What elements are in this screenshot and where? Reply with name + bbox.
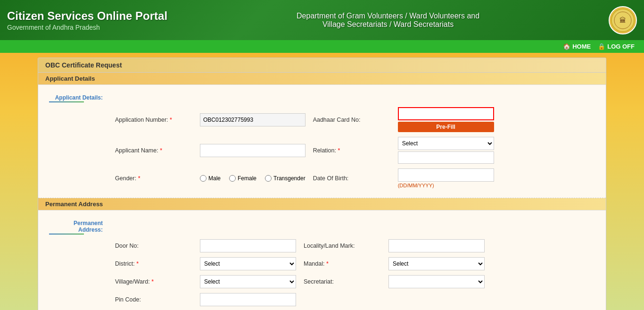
district-label: District: * [111, 255, 196, 273]
applicant-name-row: Applicant Name: * Relation: * Select Fat… [45, 134, 599, 166]
applicant-form-table: Applicant Details: Application Number: *… [45, 90, 599, 191]
app-number-row: Application Number: * Aadhaar Card No: P… [45, 105, 599, 134]
door-no-row: Door No: Locality/Land Mark: [45, 237, 599, 255]
applicant-details-label: Applicant Details: [49, 92, 107, 102]
svg-text:🏛: 🏛 [619, 17, 626, 24]
door-no-label: Door No: [111, 237, 196, 255]
dob-label: Date Of Birth: [309, 166, 394, 191]
locality-input[interactable] [388, 239, 485, 252]
locality-label: Locality/Land Mark: [300, 237, 385, 255]
applicant-section-header: Applicant Details [38, 73, 606, 85]
permanent-label-row: Permanent Address: [45, 215, 599, 237]
village-row: Village/Ward: * Select Secretariat: [45, 273, 599, 291]
relation-select[interactable]: Select Father Mother Guardian [398, 137, 494, 150]
lock-icon: 🔒 [598, 43, 605, 50]
door-no-input[interactable] [200, 239, 296, 252]
aadhaar-label: Aadhaar Card No: [309, 105, 394, 134]
mandal-label: Mandal: * [300, 255, 385, 273]
portal-subtitle: Government of Andhra Pradesh [7, 24, 167, 31]
gender-female[interactable]: Female [229, 175, 256, 182]
permanent-address-header: Permanent Address [38, 198, 606, 210]
secretariat-select[interactable] [388, 275, 485, 288]
relation-label: Relation: * [309, 134, 394, 166]
main-content: OBC Certificate Request Applicant Detail… [38, 58, 606, 310]
pincode-input[interactable] [200, 293, 296, 306]
pincode-row: Pin Code: [45, 291, 599, 309]
gender-label: Gender: * [111, 166, 196, 191]
header-left: Citizen Services Online Portal Governmen… [7, 9, 167, 31]
applicant-label-row: Applicant Details: [45, 90, 599, 105]
applicant-name-input[interactable] [200, 144, 305, 157]
gender-radio-group: Male Female Transgender [200, 175, 305, 182]
home-icon: 🏠 [563, 43, 570, 50]
navbar: 🏠 HOME 🔒 LOG OFF [0, 40, 644, 53]
page-section-title: OBC Certificate Request [38, 58, 606, 73]
gender-transgender[interactable]: Transgender [265, 175, 305, 182]
logoff-link[interactable]: 🔒 LOG OFF [598, 43, 635, 50]
applicant-details-section: Applicant Details: Application Number: *… [38, 85, 606, 198]
gender-male[interactable]: Male [200, 175, 221, 182]
dept-name: Department of Gram Volunteers / Ward Vol… [297, 12, 479, 29]
district-row: District: * Select Mandal: * Select [45, 255, 599, 273]
gender-row: Gender: * Male Female [45, 166, 599, 191]
pincode-label: Pin Code: [111, 291, 196, 309]
village-ward-label: Village/Ward: * [111, 273, 196, 291]
header: Citizen Services Online Portal Governmen… [0, 0, 644, 40]
permanent-address-section: Permanent Address: Door No: Locality/Lan… [38, 210, 606, 310]
permanent-address-label: Permanent Address: [49, 218, 107, 235]
dob-hint: (DD/MM/YYYY) [398, 183, 494, 188]
prefill-button[interactable]: Pre-Fill [398, 122, 494, 132]
village-ward-select[interactable]: Select [200, 275, 296, 288]
permanent-address-table: Permanent Address: Door No: Locality/Lan… [45, 215, 599, 309]
mandal-select[interactable]: Select [388, 257, 485, 270]
district-select[interactable]: Select [200, 257, 296, 270]
relation-name-input[interactable] [398, 151, 494, 164]
secretariat-label: Secretariat: [300, 273, 385, 291]
dob-input[interactable] [398, 168, 494, 182]
logo: 🏛 [609, 6, 637, 34]
portal-title: Citizen Services Online Portal [7, 9, 167, 23]
app-number-label: Application Number: * [111, 105, 196, 134]
home-link[interactable]: 🏠 HOME [563, 43, 591, 50]
applicant-name-label: Applicant Name: * [111, 134, 196, 166]
application-number-input[interactable] [200, 113, 305, 126]
aadhaar-input[interactable] [398, 107, 494, 120]
